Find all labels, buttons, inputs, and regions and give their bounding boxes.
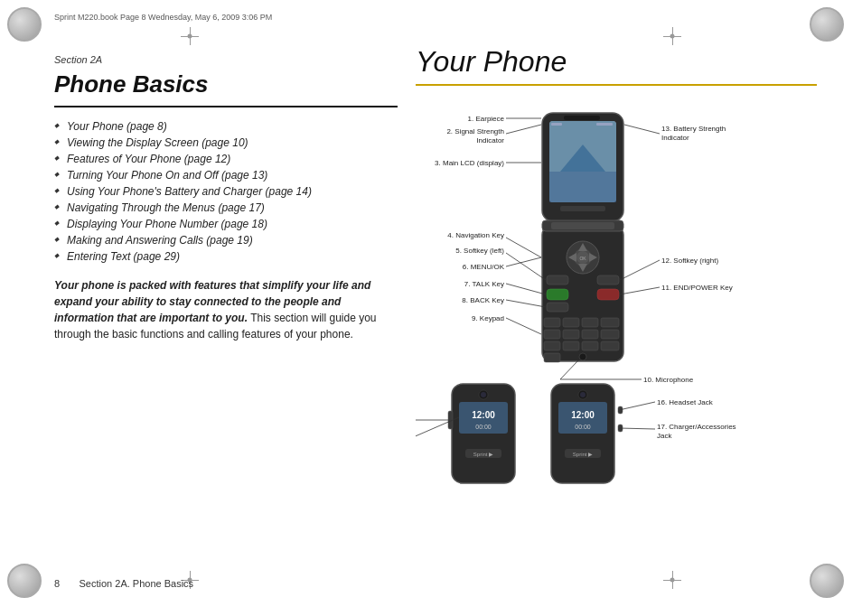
svg-line-54	[506, 300, 546, 307]
page-number: 8 Section 2A. Phone Basics	[54, 578, 193, 589]
bullet-item: Using Your Phone's Battery and Charger (…	[54, 185, 398, 198]
svg-rect-5	[560, 206, 605, 211]
svg-text:Indicator: Indicator	[661, 134, 689, 142]
svg-rect-21	[597, 289, 619, 300]
svg-rect-32	[563, 341, 579, 350]
svg-rect-18	[547, 275, 568, 285]
svg-rect-20	[547, 289, 568, 300]
svg-text:13. Battery Strength: 13. Battery Strength	[661, 125, 726, 133]
svg-text:00:00: 00:00	[475, 424, 492, 430]
svg-text:Sprint ▶: Sprint ▶	[473, 452, 493, 457]
bullet-item: Viewing the Display Screen (page 10)	[54, 136, 398, 149]
svg-text:Indicator: Indicator	[476, 136, 504, 145]
svg-rect-23	[544, 318, 560, 327]
svg-rect-28	[563, 330, 579, 339]
svg-text:12. Softkey (right): 12. Softkey (right)	[661, 257, 718, 265]
right-title: Your Phone	[416, 45, 817, 79]
svg-text:7. TALK Key: 7. TALK Key	[464, 280, 504, 288]
bullet-item: Displaying Your Phone Number (page 18)	[54, 218, 398, 230]
bullet-item: Your Phone (page 8)	[54, 120, 398, 133]
svg-rect-26	[601, 318, 619, 327]
svg-text:5. Softkey (left): 5. Softkey (left)	[455, 247, 504, 255]
svg-text:16. Headset Jack: 16. Headset Jack	[657, 398, 714, 406]
svg-point-73	[481, 392, 486, 397]
crosshair-top-left	[181, 27, 199, 45]
svg-line-93	[619, 428, 655, 429]
bullet-item: Entering Text (page 29)	[54, 250, 398, 263]
svg-text:10. Microphone: 10. Microphone	[643, 376, 694, 384]
svg-text:1. Earpiece: 1. Earpiece	[468, 115, 505, 123]
corner-decoration-tl	[7, 7, 52, 52]
svg-rect-30	[601, 330, 619, 339]
svg-rect-6	[564, 116, 600, 120]
svg-text:12:00: 12:00	[472, 410, 495, 420]
svg-line-41	[506, 125, 541, 134]
bullet-list: Your Phone (page 8)Viewing the Display S…	[54, 120, 398, 263]
section-label: Section 2A	[54, 54, 398, 65]
svg-line-91	[619, 402, 655, 410]
svg-text:9. Keypad: 9. Keypad	[472, 314, 504, 322]
crosshair-bottom-right	[663, 571, 681, 589]
bullet-item: Turning Your Phone On and Off (page 13)	[54, 169, 398, 182]
svg-rect-35	[544, 353, 560, 362]
phone-diagram: OK	[416, 104, 817, 496]
svg-text:3. Main LCD (display): 3. Main LCD (display)	[435, 159, 504, 167]
bullet-item: Features of Your Phone (page 12)	[54, 153, 398, 165]
svg-rect-33	[582, 341, 598, 350]
svg-rect-7	[551, 123, 562, 126]
svg-rect-19	[597, 275, 619, 285]
svg-text:2. Signal Strength: 2. Signal Strength	[446, 127, 504, 135]
header-text: Sprint M220.book Page 8 Wednesday, May 6…	[54, 13, 272, 22]
svg-text:Sprint ▶: Sprint ▶	[573, 452, 593, 457]
svg-text:12:00: 12:00	[571, 410, 595, 420]
svg-text:00:00: 00:00	[575, 424, 591, 430]
svg-text:OK: OK	[579, 256, 586, 261]
right-panel: Your Phone	[416, 45, 817, 496]
header-bar: Sprint M220.book Page 8 Wednesday, May 6…	[54, 13, 808, 22]
svg-point-36	[579, 353, 586, 360]
svg-rect-24	[563, 318, 579, 327]
svg-line-64	[620, 260, 660, 280]
svg-line-58	[560, 360, 578, 379]
svg-rect-34	[601, 341, 619, 350]
svg-text:17. Charger/Accessories: 17. Charger/Accessories	[657, 423, 736, 431]
corner-decoration-bl	[7, 564, 52, 609]
description-text: Your phone is packed with features that …	[54, 277, 398, 342]
svg-rect-25	[582, 318, 598, 327]
section-title: Phone Basics	[54, 70, 398, 98]
svg-text:8. BACK Key: 8. BACK Key	[462, 296, 504, 304]
bullet-item: Making and Answering Calls (page 19)	[54, 234, 398, 247]
svg-point-86	[580, 392, 586, 397]
svg-text:4. Navigation Key: 4. Navigation Key	[447, 231, 504, 239]
left-panel: Section 2A Phone Basics Your Phone (page…	[54, 54, 398, 342]
svg-rect-27	[544, 330, 560, 339]
svg-line-56	[506, 318, 541, 334]
svg-rect-8	[596, 123, 613, 126]
phone-diagram-svg: OK	[416, 104, 813, 492]
corner-decoration-br	[810, 564, 855, 609]
svg-line-46	[506, 238, 541, 257]
svg-line-61	[624, 125, 660, 134]
crosshair-top-right	[663, 27, 681, 45]
svg-rect-29	[582, 330, 598, 339]
svg-text:11. END/POWER Key: 11. END/POWER Key	[661, 284, 733, 292]
svg-rect-22	[547, 303, 568, 312]
svg-rect-38	[551, 222, 614, 229]
svg-line-66	[620, 287, 660, 294]
svg-text:Jack: Jack	[657, 432, 672, 440]
svg-rect-4	[549, 172, 616, 202]
right-divider	[416, 84, 817, 86]
bullet-item: Navigating Through the Menus (page 17)	[54, 201, 398, 214]
section-divider	[54, 106, 398, 107]
svg-rect-31	[544, 341, 560, 350]
svg-line-52	[506, 284, 546, 294]
svg-text:6. MENU/OK: 6. MENU/OK	[463, 263, 505, 271]
